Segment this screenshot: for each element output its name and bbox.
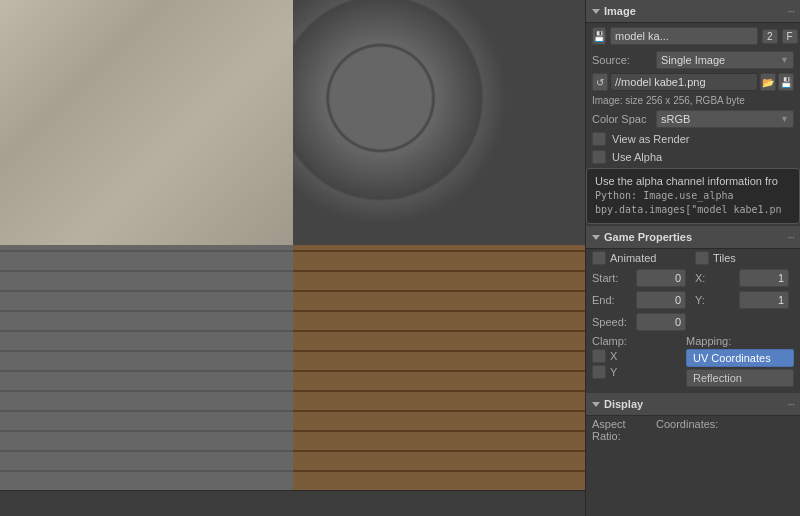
reload-button[interactable]: ↺ [592, 73, 608, 91]
image-section-menu-icon[interactable]: ··· [787, 4, 794, 18]
coordinates-label: Coordinates: [656, 418, 716, 442]
clamp-x-label: X [610, 350, 622, 362]
start-row: Start: 0 [592, 269, 691, 287]
end-y-row: End: 0 Y: 1 [586, 289, 800, 311]
colorspace-label: Color Spac [592, 113, 652, 125]
y-tiles-field[interactable]: 1 [739, 291, 789, 309]
filepath-browse-button[interactable]: 📂 [760, 73, 776, 91]
animated-col: Animated [592, 251, 691, 265]
image-viewer [0, 0, 585, 516]
image-section-title: Image [592, 5, 636, 17]
tooltip-line1: Python: Image.use_alpha [595, 189, 791, 203]
colorspace-arrow-icon: ▼ [780, 114, 789, 124]
clamp-col: Clamp: X Y [592, 335, 682, 387]
source-value: Single Image [661, 54, 725, 66]
clamp-x-checkbox[interactable] [592, 349, 606, 363]
image-quadrant-4 [293, 245, 586, 490]
display-section-title: Display [592, 398, 643, 410]
filepath-save-button[interactable]: 💾 [778, 73, 794, 91]
x-tiles-label: X: [695, 272, 735, 284]
end-label: End: [592, 294, 632, 306]
speed-label: Speed: [592, 316, 632, 328]
start-label: Start: [592, 272, 632, 284]
mapping-col: Mapping: UV Coordinates Reflection [686, 335, 794, 387]
tiles-label: Tiles [713, 252, 736, 264]
animated-label: Animated [610, 252, 656, 264]
aspect-ratio-label: Aspect Ratio: [592, 418, 652, 442]
source-label: Source: [592, 54, 652, 66]
game-properties-section-header[interactable]: Game Properties ··· [586, 226, 800, 249]
source-arrow-icon: ▼ [780, 55, 789, 65]
image-quadrant-1 [0, 0, 293, 245]
view-as-render-checkbox[interactable] [592, 132, 606, 146]
tiles-col: Tiles [695, 251, 794, 265]
aspect-coordinates-row: Aspect Ratio: Coordinates: [586, 416, 800, 444]
use-alpha-checkbox[interactable] [592, 150, 606, 164]
x-tiles-field[interactable]: 1 [739, 269, 789, 287]
game-collapse-triangle-icon [592, 235, 600, 240]
end-row: End: 0 [592, 291, 691, 309]
filepath-input[interactable] [610, 73, 758, 91]
image-info: Image: size 256 x 256, RGBA byte [586, 93, 800, 108]
right-panel: Image ··· 💾 2 F ⧉ ✕ Source: Single Image… [585, 0, 800, 516]
uv-coordinates-button[interactable]: UV Coordinates [686, 349, 794, 367]
clamp-label: Clamp: [592, 335, 682, 347]
clamp-x-item: X [592, 349, 682, 363]
mapping-label: Mapping: [686, 335, 794, 347]
clamp-y-item: Y [592, 365, 682, 379]
speed-row: Speed: 0 [586, 311, 800, 333]
colorspace-select[interactable]: sRGB ▼ [656, 110, 794, 128]
collapse-triangle-icon [592, 9, 600, 14]
tooltip-header: Use the alpha channel information fro [595, 175, 791, 187]
game-properties-menu-icon[interactable]: ··· [787, 230, 794, 244]
use-alpha-row[interactable]: Use Alpha [586, 148, 800, 166]
reflection-button[interactable]: Reflection [686, 369, 794, 387]
image-name-field[interactable] [610, 27, 758, 45]
y-tiles-label: Y: [695, 294, 735, 306]
start-field[interactable]: 0 [636, 269, 686, 287]
colorspace-row: Color Spac sRGB ▼ [586, 108, 800, 130]
save-datablock-button[interactable]: 💾 [592, 27, 606, 45]
speed-field[interactable]: 0 [636, 313, 686, 331]
game-properties-label: Game Properties [604, 231, 692, 243]
source-select[interactable]: Single Image ▼ [656, 51, 794, 69]
image-section-header[interactable]: Image ··· [586, 0, 800, 23]
viewer-bottom-bar [0, 490, 585, 516]
tiles-checkbox[interactable] [695, 251, 709, 265]
xy-checkboxes: X Y [592, 349, 682, 379]
clamp-mapping-row: Clamp: X Y Mapping: UV Coordinates Refle… [586, 333, 800, 389]
clamp-y-label: Y [610, 366, 622, 378]
save-icon: 💾 [593, 31, 605, 42]
colorspace-value: sRGB [661, 113, 690, 125]
use-alpha-label: Use Alpha [612, 151, 662, 163]
animated-checkbox[interactable] [592, 251, 606, 265]
clamp-y-checkbox[interactable] [592, 365, 606, 379]
image-quadrant-2 [293, 0, 586, 245]
display-section-label: Display [604, 398, 643, 410]
y-tiles-row: Y: 1 [695, 291, 794, 309]
image-grid [0, 0, 585, 490]
display-section-menu-icon[interactable]: ··· [787, 397, 794, 411]
filepath-row: ↺ 📂 💾 [586, 71, 800, 93]
game-properties-title: Game Properties [592, 231, 692, 243]
display-section-header[interactable]: Display ··· [586, 393, 800, 416]
tooltip-box: Use the alpha channel information fro Py… [586, 168, 800, 224]
source-row: Source: Single Image ▼ [586, 49, 800, 71]
view-as-render-row[interactable]: View as Render [586, 130, 800, 148]
x-tiles-row: X: 1 [695, 269, 794, 287]
end-field[interactable]: 0 [636, 291, 686, 309]
tooltip-line2: bpy.data.images["model kabe1.pn [595, 203, 791, 217]
image-toolbar: 💾 2 F ⧉ ✕ [586, 23, 800, 49]
display-collapse-triangle-icon [592, 402, 600, 407]
image-section-label: Image [604, 5, 636, 17]
animated-tiles-row: Animated Tiles [586, 249, 800, 267]
users-count-button[interactable]: 2 [762, 29, 778, 44]
view-as-render-label: View as Render [612, 133, 689, 145]
start-x-row: Start: 0 X: 1 [586, 267, 800, 289]
fake-user-button[interactable]: F [782, 29, 798, 44]
image-quadrant-3 [0, 245, 293, 490]
